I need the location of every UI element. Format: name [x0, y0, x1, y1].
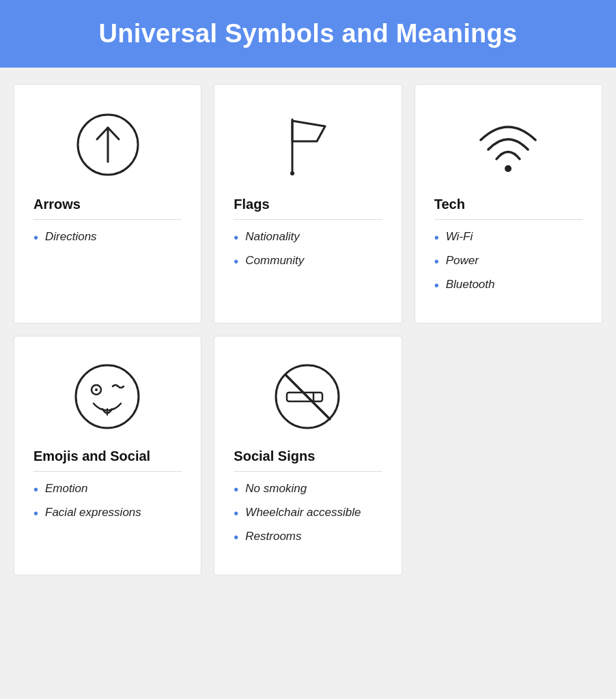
emojis-bullets: Emotion Facial expressions	[33, 481, 182, 529]
list-item: Directions	[33, 229, 182, 246]
emojis-title: Emojis and Social	[33, 448, 182, 464]
grid-container: Arrows Directions Flags Nationality Comm…	[0, 68, 616, 592]
flags-title: Flags	[234, 197, 382, 212]
list-item: Power	[434, 253, 583, 270]
card-arrows: Arrows Directions	[14, 84, 201, 324]
list-item: Facial expressions	[33, 505, 182, 522]
social-signs-bullets: No smoking Wheelchair accessible Restroo…	[234, 481, 382, 553]
tech-icon	[434, 104, 583, 186]
svg-point-3	[290, 171, 294, 175]
card-emojis: Emojis and Social Emotion Facial express…	[14, 336, 201, 575]
arrows-title: Arrows	[33, 197, 182, 212]
flags-bullets: Nationality Community	[234, 229, 382, 277]
svg-point-5	[76, 365, 139, 428]
arrows-bullets: Directions	[33, 229, 182, 253]
list-item: No smoking	[234, 481, 382, 498]
flags-icon	[234, 104, 382, 186]
list-item: Wi-Fi	[434, 229, 583, 246]
social-signs-title: Social Signs	[234, 448, 382, 464]
tech-bullets: Wi-Fi Power Bluetooth	[434, 229, 583, 301]
arrows-icon	[33, 104, 182, 186]
list-item: Nationality	[234, 229, 382, 246]
list-item: Emotion	[33, 481, 182, 498]
list-item: Wheelchair accessible	[234, 505, 382, 522]
emojis-icon	[33, 356, 182, 438]
page-title: Universal Symbols and Meanings	[14, 19, 602, 48]
card-social-signs: Social Signs No smoking Wheelchair acces…	[214, 336, 402, 575]
list-item: Restrooms	[234, 529, 382, 546]
list-item: Community	[234, 253, 382, 270]
svg-point-7	[95, 388, 98, 391]
list-item: Bluetooth	[434, 277, 583, 294]
card-flags: Flags Nationality Community	[214, 84, 402, 324]
header: Universal Symbols and Meanings	[0, 0, 616, 68]
svg-point-4	[505, 165, 512, 172]
social-signs-icon	[234, 356, 382, 438]
tech-title: Tech	[434, 197, 583, 212]
card-tech: Tech Wi-Fi Power Bluetooth	[415, 84, 602, 324]
